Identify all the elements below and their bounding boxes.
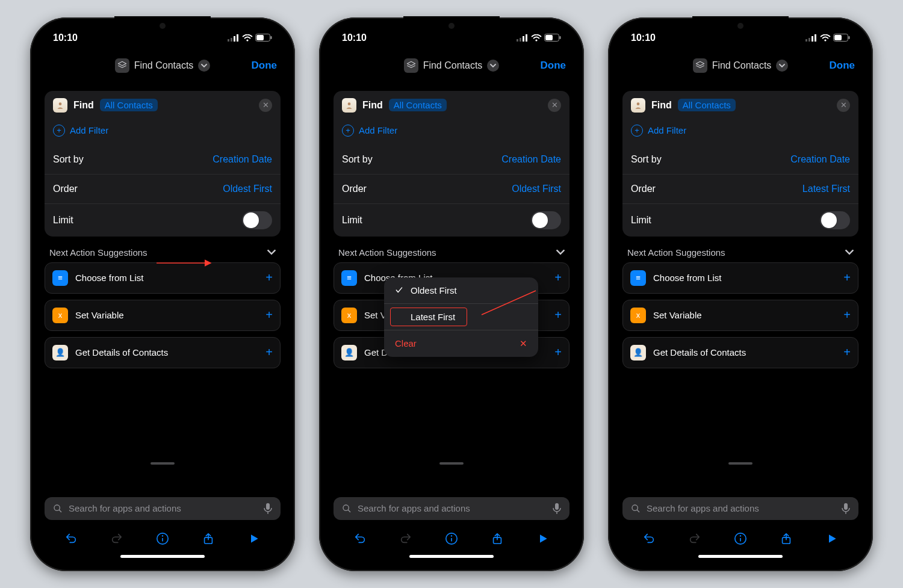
- all-contacts-chip[interactable]: All Contacts: [389, 99, 447, 111]
- add-suggestion-button[interactable]: +: [554, 345, 562, 359]
- share-button[interactable]: [200, 531, 216, 546]
- run-button[interactable]: [535, 531, 551, 546]
- all-contacts-chip[interactable]: All Contacts: [100, 99, 158, 111]
- suggestions-header[interactable]: Next Action Suggestions: [622, 237, 858, 262]
- sort-by-row[interactable]: Sort by Creation Date: [334, 145, 569, 174]
- nav-chevron-icon[interactable]: [198, 60, 210, 72]
- limit-row: Limit: [45, 203, 281, 237]
- remove-action-icon[interactable]: ✕: [259, 99, 272, 112]
- sortby-value[interactable]: Creation Date: [213, 154, 272, 165]
- sortby-value[interactable]: Creation Date: [790, 154, 850, 165]
- share-button[interactable]: [489, 531, 505, 546]
- limit-toggle[interactable]: [531, 211, 561, 229]
- content: Find All Contacts ✕ + Add Filter Sort by…: [37, 80, 288, 564]
- run-button[interactable]: [246, 531, 262, 546]
- popup-opt1-label: Oldest First: [411, 285, 457, 296]
- navbar: Find Contacts Done: [615, 51, 866, 80]
- plus-circle-icon: +: [53, 125, 65, 137]
- add-filter-button[interactable]: + Add Filter: [45, 120, 281, 145]
- home-indicator[interactable]: [698, 555, 783, 558]
- done-button[interactable]: Done: [252, 60, 278, 72]
- order-value[interactable]: Oldest First: [512, 184, 561, 194]
- add-suggestion-button[interactable]: +: [843, 271, 851, 285]
- suggestions-list: ≡Choose from List+xSet Variable+👤Get Det…: [622, 262, 858, 368]
- search-bar[interactable]: Search for apps and actions: [45, 497, 281, 520]
- battery-icon: [833, 34, 850, 42]
- svg-point-42: [824, 39, 826, 41]
- limit-toggle[interactable]: [820, 211, 850, 229]
- limit-toggle[interactable]: [242, 211, 272, 229]
- done-button[interactable]: Done: [541, 60, 566, 72]
- order-row[interactable]: Order Latest First: [622, 174, 858, 203]
- done-button[interactable]: Done: [830, 60, 855, 72]
- redo-button: [109, 531, 125, 546]
- svg-rect-7: [271, 36, 272, 39]
- find-row[interactable]: Find All Contacts ✕: [334, 91, 569, 120]
- home-indicator[interactable]: [120, 555, 205, 558]
- order-row[interactable]: Order Oldest First: [334, 174, 569, 203]
- add-suggestion-button[interactable]: +: [843, 345, 851, 359]
- sort-by-row[interactable]: Sort by Creation Date: [622, 145, 858, 174]
- order-label: Order: [53, 184, 78, 194]
- suggestion-row[interactable]: xSet Variable+: [45, 300, 281, 331]
- nav-title: Find Contacts: [423, 60, 483, 71]
- mic-icon[interactable]: [264, 503, 272, 514]
- remove-action-icon[interactable]: ✕: [548, 99, 561, 112]
- share-button[interactable]: [778, 531, 794, 546]
- sort-by-row[interactable]: Sort by Creation Date: [45, 145, 281, 174]
- add-suggestion-button[interactable]: +: [265, 345, 273, 359]
- order-row[interactable]: Order Oldest First: [45, 174, 281, 203]
- suggestion-row[interactable]: ≡Choose from List+: [622, 262, 858, 294]
- suggestion-icon: 👤: [341, 345, 357, 361]
- remove-action-icon[interactable]: ✕: [837, 99, 850, 112]
- suggestion-icon: x: [341, 308, 357, 323]
- info-button[interactable]: [444, 531, 459, 546]
- info-button[interactable]: [733, 531, 748, 546]
- mic-icon[interactable]: [553, 503, 561, 514]
- order-value[interactable]: Latest First: [802, 184, 850, 194]
- add-suggestion-button[interactable]: +: [265, 271, 273, 285]
- order-label: Order: [342, 184, 367, 194]
- add-suggestion-button[interactable]: +: [265, 308, 273, 322]
- undo-button[interactable]: [352, 531, 368, 546]
- nav-chevron-icon[interactable]: [487, 60, 499, 72]
- add-filter-button[interactable]: + Add Filter: [334, 120, 569, 145]
- add-suggestion-button[interactable]: +: [843, 308, 851, 322]
- suggestion-row[interactable]: 👤Get Details of Contacts+: [622, 337, 858, 368]
- sortby-value[interactable]: Creation Date: [501, 154, 561, 165]
- add-suggestion-button[interactable]: +: [554, 308, 562, 322]
- info-button[interactable]: [155, 531, 170, 546]
- add-filter-button[interactable]: + Add Filter: [622, 120, 858, 145]
- suggestions-title: Next Action Suggestions: [627, 247, 725, 258]
- all-contacts-chip[interactable]: All Contacts: [678, 99, 736, 111]
- add-suggestion-button[interactable]: +: [554, 271, 562, 285]
- search-bar[interactable]: Search for apps and actions: [622, 497, 858, 520]
- grab-handle[interactable]: [439, 462, 464, 465]
- suggestion-row[interactable]: xSet Variable+: [622, 300, 858, 331]
- find-row[interactable]: Find All Contacts ✕: [45, 91, 281, 120]
- suggestion-icon: ≡: [630, 270, 646, 286]
- action-card: Find All Contacts ✕ + Add Filter Sort by…: [622, 91, 858, 237]
- grab-handle[interactable]: [150, 462, 175, 465]
- grab-handle[interactable]: [728, 462, 752, 465]
- undo-button[interactable]: [63, 531, 79, 546]
- popup-clear[interactable]: Clear ✕: [384, 330, 538, 357]
- home-indicator[interactable]: [409, 555, 494, 558]
- svg-line-48: [637, 510, 639, 512]
- chevron-down-icon: [556, 248, 565, 256]
- undo-button[interactable]: [641, 531, 657, 546]
- suggestions-list: ≡Choose from List+xSet Variable+👤Get Det…: [45, 262, 281, 368]
- nav-chevron-icon[interactable]: [776, 60, 788, 72]
- run-button[interactable]: [824, 531, 840, 546]
- suggestions-header[interactable]: Next Action Suggestions: [334, 237, 569, 262]
- search-bar[interactable]: Search for apps and actions: [334, 497, 569, 520]
- bottom-area: Search for apps and actions: [45, 462, 281, 564]
- find-row[interactable]: Find All Contacts ✕: [622, 91, 858, 120]
- suggestion-label: Get Details of Contacts: [75, 347, 168, 357]
- toolbar: [334, 520, 569, 551]
- order-value[interactable]: Oldest First: [223, 184, 272, 194]
- search-placeholder: Search for apps and actions: [647, 503, 759, 513]
- suggestion-row[interactable]: 👤Get Details of Contacts+: [45, 337, 281, 368]
- mic-icon[interactable]: [842, 503, 850, 514]
- action-card: Find All Contacts ✕ + Add Filter Sort by…: [334, 91, 569, 237]
